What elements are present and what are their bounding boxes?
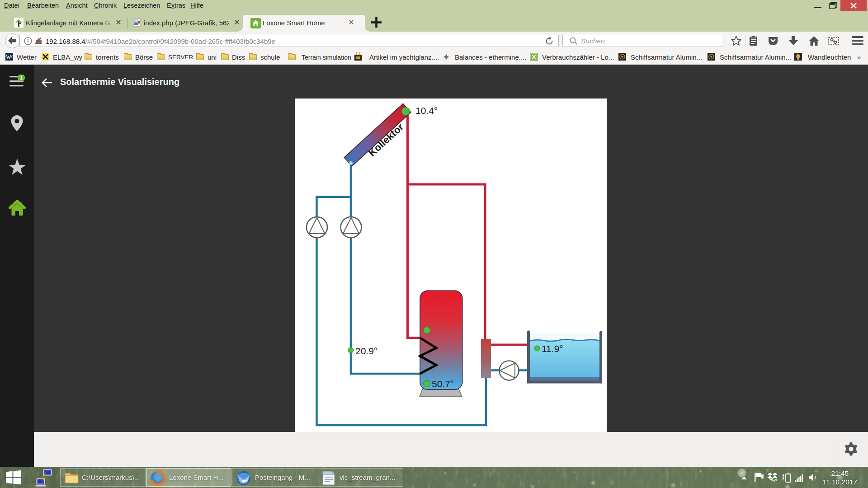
svg-text:20.9°: 20.9° — [355, 346, 377, 356]
svg-text:11.9°: 11.9° — [542, 343, 563, 354]
svg-text:10.4°: 10.4° — [415, 105, 438, 116]
svg-text:50.7°: 50.7° — [432, 379, 454, 389]
svg-text:1: 1 — [20, 75, 23, 81]
